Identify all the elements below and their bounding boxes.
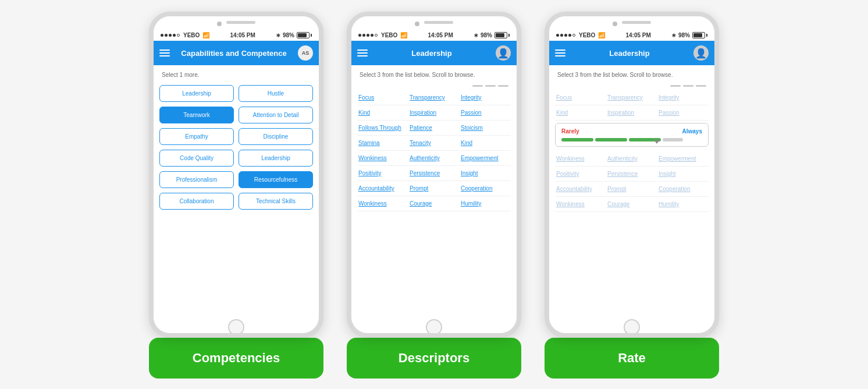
nav-avatar-3: 👤 bbox=[693, 45, 709, 61]
front-camera-1 bbox=[217, 22, 222, 26]
r5 bbox=[572, 34, 575, 37]
bdesc-insight[interactable]: Insight bbox=[657, 170, 709, 178]
camera-row-3 bbox=[613, 21, 651, 26]
desc-positivity[interactable]: Positivity bbox=[357, 169, 408, 177]
desc-passion[interactable]: Passion bbox=[460, 109, 511, 116]
battery-tip-3 bbox=[706, 34, 707, 37]
label-descriptors[interactable]: Descriptors bbox=[347, 338, 521, 379]
nav-title-2: Leadership bbox=[368, 49, 496, 58]
wifi-icon-2: 📶 bbox=[400, 32, 407, 38]
comp-btn-teamwork[interactable]: Teamwork bbox=[159, 107, 234, 123]
battery-fill-2 bbox=[496, 33, 504, 37]
wifi-icon-3: 📶 bbox=[598, 32, 605, 38]
bdesc-authenticity[interactable]: Authenticity bbox=[606, 155, 657, 162]
comp-btn-empathy[interactable]: Empathy bbox=[159, 128, 234, 145]
comp-btn-resourcefulness[interactable]: Resourcefulness bbox=[239, 171, 313, 188]
bdesc-empowerment[interactable]: Empowerment bbox=[657, 155, 709, 162]
comp-btn-leadership[interactable]: Leadership bbox=[159, 85, 234, 102]
bdesc-wonkiness[interactable]: Wonkiness bbox=[555, 155, 606, 162]
phone-descriptors-section: YEBO 📶 14:05 PM ∗ 98% bbox=[347, 12, 521, 379]
desc-cooperation[interactable]: Cooperation bbox=[460, 185, 511, 192]
speaker-2 bbox=[424, 21, 453, 24]
desc-insight[interactable]: Insight bbox=[460, 169, 511, 177]
comp-btn-hustle[interactable]: Hustle bbox=[239, 85, 313, 102]
phone-bottom-3 bbox=[549, 321, 714, 333]
bdesc-persistence[interactable]: Persistence bbox=[606, 170, 657, 178]
desc-tenacity[interactable]: Tenacity bbox=[408, 139, 460, 147]
desc-transparency[interactable]: Transparency bbox=[408, 94, 460, 101]
bdesc-wonkiness2[interactable]: Wonkiness bbox=[555, 200, 606, 208]
bdesc-courage[interactable]: Courage bbox=[606, 200, 657, 208]
fdesc-passion[interactable]: Passion bbox=[657, 109, 709, 116]
desc-wonkiness[interactable]: Wonkiness bbox=[357, 154, 408, 162]
desc-kind[interactable]: Kind bbox=[357, 109, 408, 116]
desc-patience[interactable]: Patience bbox=[408, 124, 460, 132]
phone-competencies: YEBO 📶 14:05 PM ∗ 98% bbox=[149, 12, 323, 338]
desc-row-0: Focus Transparency Integrity bbox=[357, 90, 511, 105]
home-button-1[interactable] bbox=[228, 319, 244, 335]
signal-dots-2 bbox=[358, 34, 378, 37]
hamburger-menu-1[interactable] bbox=[159, 49, 170, 56]
hamburger-menu-3[interactable] bbox=[555, 49, 565, 56]
desc-stoicism[interactable]: Stoicism bbox=[460, 124, 511, 132]
label-competencies[interactable]: Competencies bbox=[149, 338, 323, 379]
desc-kind2[interactable]: Kind bbox=[460, 139, 511, 147]
desc-inspiration[interactable]: Inspiration bbox=[408, 109, 460, 116]
rate-labels: Rarely Always bbox=[561, 128, 702, 135]
fdesc-kind[interactable]: Kind bbox=[555, 109, 606, 116]
bdesc-prompt[interactable]: Prompt bbox=[606, 185, 657, 193]
bdesc-cooperation[interactable]: Cooperation bbox=[657, 185, 709, 193]
fdesc-transparency[interactable]: Transparency bbox=[606, 94, 657, 101]
bdesc-positivity[interactable]: Positivity bbox=[555, 170, 606, 178]
comp-btn-attention[interactable]: Attention to Detail bbox=[239, 107, 313, 123]
r1 bbox=[556, 34, 559, 37]
desc-row-5: Positivity Persistence Insight bbox=[357, 166, 511, 181]
carrier-1: YEBO bbox=[183, 32, 200, 38]
battery-pct-2: 98% bbox=[481, 32, 492, 38]
comp-row-4: Professionalism Resourcefulness bbox=[159, 171, 313, 188]
desc-empowerment[interactable]: Empowerment bbox=[460, 154, 511, 162]
desc-prompt[interactable]: Prompt bbox=[408, 185, 460, 192]
label-descriptors-container: Descriptors bbox=[347, 338, 521, 379]
bdesc-accountability[interactable]: Accountability bbox=[555, 185, 606, 193]
desc-row-2: Follows Through Patience Stoicism bbox=[357, 121, 511, 136]
desc-wonkiness2[interactable]: Wonkiness bbox=[357, 200, 408, 207]
seg-2 bbox=[595, 138, 627, 142]
desc-row-4: Wonkiness Authenticity Empowerment bbox=[357, 151, 511, 166]
hamburger-menu-2[interactable] bbox=[357, 49, 368, 56]
fdesc-focus[interactable]: Focus bbox=[555, 94, 606, 101]
comp-btn-technical[interactable]: Technical Skills bbox=[239, 193, 313, 210]
desc-authenticity[interactable]: Authenticity bbox=[408, 154, 460, 162]
label-rate[interactable]: Rate bbox=[545, 338, 719, 379]
desc-courage[interactable]: Courage bbox=[408, 200, 460, 207]
desc-integrity[interactable]: Integrity bbox=[460, 94, 511, 101]
desc-humility[interactable]: Humility bbox=[460, 200, 511, 207]
comp-btn-discipline[interactable]: Discipline bbox=[239, 128, 313, 145]
nav-title-3: Leadership bbox=[565, 49, 693, 58]
desc-accountability[interactable]: Accountability bbox=[357, 185, 408, 192]
desc-focus[interactable]: Focus bbox=[357, 94, 408, 101]
desc-follows[interactable]: Follows Through bbox=[357, 124, 408, 132]
home-button-2[interactable] bbox=[426, 319, 442, 335]
r3 bbox=[564, 34, 567, 37]
comp-btn-collaboration[interactable]: Collaboration bbox=[159, 193, 234, 210]
signal-dots-1 bbox=[161, 34, 180, 37]
bdesc-row-3: Wonkiness Courage Humility bbox=[555, 197, 709, 212]
bluetooth-icon-2: ∗ bbox=[474, 32, 478, 38]
home-button-3[interactable] bbox=[624, 319, 640, 335]
phone-bottom-1 bbox=[154, 321, 319, 333]
comp-btn-professionalism[interactable]: Professionalism bbox=[159, 171, 234, 188]
comp-btn-leadership2[interactable]: Leadership bbox=[239, 150, 313, 167]
ham2-line-1 bbox=[357, 49, 368, 51]
desc-persistence[interactable]: Persistence bbox=[408, 169, 460, 177]
slider-track[interactable] bbox=[561, 138, 702, 142]
fdesc-inspiration[interactable]: Inspiration bbox=[606, 109, 657, 116]
rate-slider-box[interactable]: Rarely Always bbox=[555, 123, 709, 147]
fdesc-integrity[interactable]: Integrity bbox=[657, 94, 709, 101]
bdesc-humility[interactable]: Humility bbox=[657, 200, 709, 208]
battery-1 bbox=[297, 32, 312, 38]
desc-stamina[interactable]: Stamina bbox=[357, 139, 408, 147]
phone-descriptors: YEBO 📶 14:05 PM ∗ 98% bbox=[347, 12, 521, 338]
nav-bar-2: Leadership 👤 bbox=[351, 41, 517, 65]
comp-btn-codequality[interactable]: Code Quality bbox=[159, 150, 234, 167]
